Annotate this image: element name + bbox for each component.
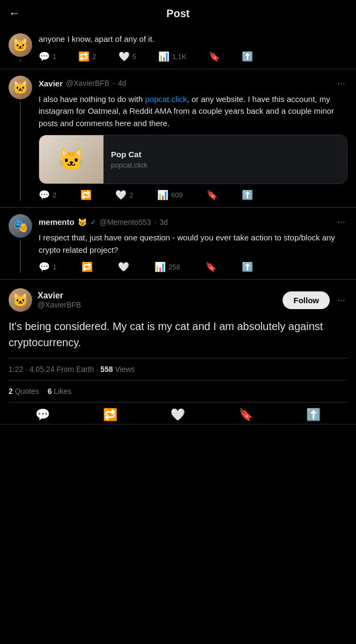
- link-popcat[interactable]: popcat.click: [145, 94, 187, 104]
- bookmark-action-1[interactable]: 🔖: [209, 51, 220, 62]
- share-action-memento[interactable]: ⬆️: [242, 261, 253, 273]
- thread-line-1: [20, 59, 21, 62]
- partial-tweet: 🐱 anyone I know, apart of any of it. 💬 1…: [0, 27, 356, 69]
- main-post-stats: 2 Quotes 6 Likes: [9, 380, 347, 402]
- retweet-action-memento[interactable]: 🔁: [81, 261, 93, 273]
- avatar-xavier-1: 🐱: [9, 33, 32, 57]
- like-count-xavier-1: 2: [129, 191, 133, 199]
- link-card-url: popcat.click: [111, 161, 147, 169]
- text-pre-xavier: I also have nothing to do with: [39, 94, 145, 104]
- memento-emoji: 😺: [78, 218, 87, 226]
- tweet-content-1: anyone I know, apart of any of it. 💬 1 🔁…: [39, 33, 347, 62]
- page-title: Post: [166, 8, 189, 20]
- user-handle-xavier-1: @XavierBFB: [66, 79, 109, 87]
- like-action-xavier-1[interactable]: 🤍 2: [115, 189, 133, 201]
- share-action-xavier-1[interactable]: ⬆️: [242, 189, 253, 201]
- user-handle-memento: @Memento553: [100, 218, 151, 226]
- tweet-xavier-1: 🐱 Xavier @XavierBFB · 4d ··· I also have…: [0, 69, 356, 208]
- views-icon-xavier-1: 📊: [157, 189, 168, 201]
- header: ← Post: [0, 0, 356, 27]
- tweet-time-memento: 3d: [160, 218, 168, 226]
- reply-action-xavier-1[interactable]: 💬 2: [39, 189, 56, 201]
- reply-icon-1: 💬: [39, 51, 50, 62]
- tweet-memento: 🎭 memento 😺 ✓ @Memento553 · 3d ··· I res…: [0, 208, 356, 280]
- back-button[interactable]: ←: [9, 6, 30, 20]
- share-action-main[interactable]: ⬆️: [306, 408, 321, 422]
- main-post-text: It's being considered. My cat is my cat …: [9, 318, 347, 350]
- post-views-label: Views: [115, 365, 135, 374]
- like-icon-1: 🤍: [118, 51, 130, 62]
- like-action-1[interactable]: 🤍 5: [118, 51, 136, 62]
- bookmark-icon-memento: 🔖: [205, 261, 217, 273]
- link-card-body: Pop Cat popcat.click: [103, 135, 155, 184]
- bookmark-action-memento[interactable]: 🔖: [205, 261, 217, 273]
- avatar-xavier-2: 🐱: [9, 76, 32, 99]
- retweet-icon-1: 🔁: [78, 51, 90, 62]
- bookmark-icon-1: 🔖: [209, 51, 220, 62]
- username-memento: memento: [39, 217, 75, 226]
- tweet-actions-memento: 💬 1 🔁 🤍 📊 258 🔖 ⬆️: [39, 261, 253, 273]
- main-post-header: 🐱 Xavier @XavierBFB Follow ···: [9, 288, 347, 312]
- share-action-1[interactable]: ⬆️: [242, 51, 253, 62]
- views-icon-1: 📊: [158, 51, 169, 62]
- likes-stat: 6 Likes: [48, 387, 71, 396]
- more-button-xavier-1[interactable]: ···: [335, 76, 347, 91]
- main-post-handle: @XavierBFB: [38, 301, 81, 309]
- tweet-time-val-xavier-1: 4d: [118, 79, 127, 87]
- tweet-header-left-memento: memento 😺 ✓ @Memento553 · 3d: [39, 217, 168, 226]
- main-post-actions: 💬 🔁 🤍 🔖 ⬆️: [9, 402, 347, 424]
- tweet-text-xavier-1: I also have nothing to do with popcat.cl…: [39, 93, 347, 130]
- like-action-main[interactable]: 🤍: [170, 408, 185, 422]
- more-button-memento[interactable]: ···: [335, 214, 347, 230]
- avatar-col-memento: 🎭: [9, 214, 32, 273]
- link-card-image: 🐱: [39, 135, 103, 184]
- bookmark-action-main[interactable]: 🔖: [239, 408, 253, 422]
- retweet-action-1[interactable]: 🔁 2: [78, 51, 96, 62]
- username-xavier-1: Xavier: [39, 79, 63, 88]
- link-card-cat-img: 🐱: [39, 135, 103, 184]
- quotes-label: Quotes: [15, 387, 39, 396]
- reply-action-memento[interactable]: 💬 1: [39, 261, 56, 273]
- main-post: 🐱 Xavier @XavierBFB Follow ··· It's bein…: [0, 280, 356, 425]
- retweet-icon-xavier-1: 🔁: [80, 189, 92, 201]
- retweet-action-xavier-1[interactable]: 🔁: [80, 189, 92, 201]
- thread-line-2: [20, 101, 21, 201]
- tweet-actions-xavier-1: 💬 2 🔁 🤍 2 📊 609 🔖 ⬆️: [39, 189, 253, 201]
- more-button-main[interactable]: ···: [335, 292, 347, 308]
- views-action-xavier-1[interactable]: 📊 609: [157, 189, 183, 201]
- tweet-header-memento: memento 😺 ✓ @Memento553 · 3d ···: [39, 214, 347, 230]
- reply-icon-memento: 💬: [39, 261, 50, 273]
- link-card-popcat[interactable]: 🐱 Pop Cat popcat.click: [39, 135, 347, 184]
- tweet-content-memento: memento 😺 ✓ @Memento553 · 3d ··· I respe…: [39, 214, 347, 273]
- reply-count-xavier-1: 2: [53, 191, 56, 199]
- bookmark-action-xavier-1[interactable]: 🔖: [206, 189, 218, 201]
- views-action-1[interactable]: 📊 1,1K: [158, 51, 187, 62]
- retweet-action-main[interactable]: 🔁: [103, 408, 117, 422]
- retweet-icon-memento: 🔁: [81, 261, 93, 273]
- main-post-username: Xavier: [38, 291, 81, 301]
- reply-action-main[interactable]: 💬: [35, 408, 50, 422]
- avatar-col-2: 🐱: [9, 76, 32, 201]
- quotes-stat: 2 Quotes: [9, 387, 39, 396]
- tweet-header-xavier: Xavier @XavierBFB · 4d ···: [39, 76, 347, 91]
- main-post-avatar: 🐱: [9, 288, 32, 312]
- tweet-content-xavier: Xavier @XavierBFB · 4d ··· I also have n…: [39, 76, 347, 201]
- views-count-memento: 258: [168, 263, 180, 271]
- main-post-meta: 1:22 · 4.05.24 From Earth · 558 Views: [9, 358, 347, 380]
- views-action-memento[interactable]: 📊 258: [154, 261, 180, 273]
- reply-count-memento: 1: [53, 263, 56, 271]
- likes-count: 6: [48, 387, 52, 396]
- follow-button[interactable]: Follow: [283, 291, 330, 309]
- post-meta-time: 1:22 · 4.05.24 From Earth ·: [9, 365, 100, 374]
- thread-line-3: [20, 240, 21, 273]
- reply-action-1[interactable]: 💬 1: [39, 51, 56, 62]
- like-icon-xavier-1: 🤍: [115, 189, 127, 201]
- views-count-xavier-1: 609: [171, 191, 183, 199]
- main-post-user: 🐱 Xavier @XavierBFB: [9, 288, 81, 312]
- views-icon-memento: 📊: [154, 261, 166, 273]
- avatar-memento: 🎭: [9, 214, 32, 238]
- like-action-memento[interactable]: 🤍: [118, 261, 129, 273]
- avatar-col-1: 🐱: [9, 33, 32, 62]
- tweet-text-memento: I respect that, just have one question -…: [39, 232, 347, 256]
- verified-badge-memento: ✓: [90, 218, 97, 226]
